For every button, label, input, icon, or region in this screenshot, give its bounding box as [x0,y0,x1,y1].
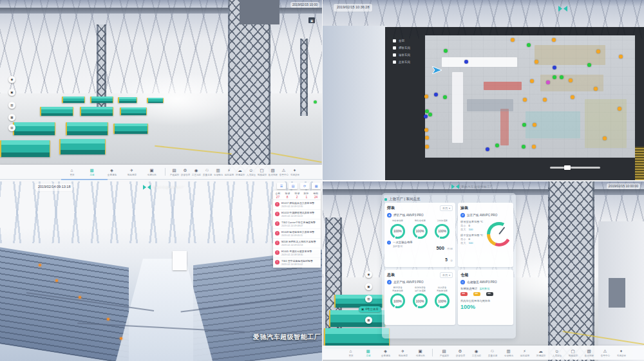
vehicle-marker-dot[interactable] [464,60,468,64]
vehicle-marker-dot[interactable] [603,136,607,140]
alarm-list-item[interactable]: ! T302 Carrier小车位置偏差预警 2019-02-14 09:08:… [273,219,321,229]
vehicle-marker-dot[interactable] [424,95,428,98]
vehicle-marker-dot[interactable] [428,113,432,116]
alarm-tab[interactable]: 物料 24 [311,190,321,199]
toolbar-item[interactable]: ✦ 系统设置 [289,168,300,176]
vehicle-marker-dot[interactable] [552,38,556,42]
vehicle-marker-dot[interactable] [527,43,531,47]
toolbar-scrollbar[interactable] [0,179,322,180]
vehicle-marker-dot[interactable] [569,79,573,82]
vehicle-marker-dot[interactable] [522,145,526,149]
viewport-plant-map[interactable]: 2019/02/15 10:36:28 全部 焊装车间 [322,0,644,180]
vehicle-marker-dot[interactable] [571,95,574,99]
panel-tool-button[interactable]: ▤ [289,183,298,189]
toolbar-item[interactable]: ☺ 人员定位 [549,349,565,357]
poi-marker[interactable]: ▦ [365,317,372,324]
vehicle-marker-dot[interactable] [596,50,600,53]
vehicle-marker-dot[interactable] [535,60,538,64]
map-zoom-slider[interactable] [550,167,600,169]
vehicle-marker-dot[interactable] [553,66,556,69]
toolbar-item[interactable]: ▢ 视频监控 [565,349,581,357]
toolbar-item[interactable]: ▧ 数据报表 [581,349,597,357]
toolbar-item[interactable]: ⚠ 告警中心 [597,349,613,357]
toolbar-item[interactable]: ▥ 仓储物流 [213,168,223,176]
vehicle-marker-dot[interactable] [532,145,536,149]
legend-row[interactable]: 总装车间 [393,59,410,66]
vehicle-marker-dot[interactable] [424,115,428,118]
toolbar-item[interactable]: ⚙ 设备管理 [180,168,191,176]
storage-pill-button[interactable]: ▣ 4号立体库 [359,306,381,312]
vehicle-marker-dot[interactable] [543,98,547,102]
vehicle-marker-dot[interactable] [594,87,598,91]
vehicle-marker-dot[interactable] [560,75,564,79]
toolbar-item[interactable]: ⚙ 设备管理 [452,349,468,357]
poi-marker[interactable]: ▦ [8,114,15,121]
scrollbar-thumb[interactable] [61,179,108,180]
toolbar-item[interactable]: ◈ 全景漫游 [102,168,122,176]
poi-marker[interactable]: ▣ [8,89,15,96]
alarm-list-item[interactable]: ! E1005 变频器过载异常报警 2019-02-14 08:58:30 [273,248,321,258]
toolbar-item[interactable]: ✦ 系统设置 [613,349,629,357]
toolbar-item[interactable]: ♲ 质量追溯 [484,349,500,357]
toolbar-item[interactable]: ♲ 质量追溯 [202,168,213,176]
legend-row[interactable]: 涂装车间 [393,51,410,59]
toolbar-item[interactable]: ☺ 人员定位 [245,168,256,176]
alarm-list-item[interactable]: ! E1013 中频焊钳通讯异常报警 2019-02-14 09:10:22 [273,210,321,219]
vehicle-marker-dot[interactable] [425,109,429,113]
vehicle-marker-dot[interactable] [530,79,534,83]
poi-marker[interactable]: ▥ [365,295,372,302]
vehicle-marker-dot[interactable] [619,55,623,59]
viewport-overview-3d[interactable]: ◉ ▣ ▥ ▦ ▤ 2019/02/15 10:00 ▣ ⌂ 首页 ▦ 总览 [0,0,322,180]
toolbar-item[interactable]: ⌂ 首页 [342,349,359,357]
panel-tool-button[interactable]: ☰ [277,183,286,189]
toolbar-item[interactable]: ▣ 场景切换 [412,349,429,357]
panel-tool-button[interactable]: ▦ [312,183,321,189]
vehicle-marker-dot[interactable] [425,136,429,140]
toolbar-item[interactable]: ⚡ 能耗监测 [223,168,234,176]
toolbar-item[interactable]: ▧ 数据报表 [267,168,278,176]
status-marker-green[interactable] [314,100,317,104]
alarm-list-item[interactable]: ! T301 空中连廊输送超时预警 2019-02-14 08:55:02 [273,258,321,268]
toolbar-item[interactable]: ☁ 环境监控 [234,168,245,176]
alarm-tab[interactable]: 预警 8 [283,190,292,199]
factory-floor-map[interactable] [425,35,635,158]
vehicle-marker-dot[interactable] [434,93,438,97]
toolbar-item[interactable]: ⌂ 首页 [62,168,82,176]
vehicle-marker-dot[interactable] [425,145,429,149]
toolbar-item[interactable]: ⚠ 告警中心 [278,168,289,176]
toolbar-item[interactable]: ▥ 仓储物流 [500,349,516,357]
toolbar-item[interactable]: ☁ 环境监控 [533,349,549,357]
toolbar-item[interactable]: ◉ 工艺流程 [468,349,484,357]
poi-marker[interactable]: ◉ [365,271,372,278]
poi-marker[interactable]: ◉ [8,76,15,83]
vehicle-marker-dot[interactable] [553,75,556,79]
toolbar-item[interactable]: ✈ 视角还原 [122,168,142,176]
alarm-list-item[interactable]: ! M208 涂胶机器人物料不足预警 2019-02-14 09:01:53 [273,239,321,248]
toolbar-item[interactable]: ▦ 总览 [359,349,377,357]
legend-row[interactable]: 焊装车间 [393,44,410,51]
vehicle-marker-dot[interactable] [546,80,550,84]
vehicle-marker-dot[interactable] [444,49,448,53]
toolbar-item[interactable]: ◉ 工艺流程 [191,168,202,176]
alarm-list-item[interactable]: ! E1017 焊装线体压力异常报警 2019-02-14 09:12:35 [273,200,321,210]
viewport-production-line[interactable]: 2019/02/14 09:13:18 爱驰汽车超级智能工厂 ☰ ▤ ⟳ ▦ 全… [0,181,322,361]
toolbar-item[interactable]: ▦ 总览 [82,168,102,176]
alarm-tab[interactable]: 全部 27 [273,190,283,199]
alarm-list[interactable]: ! E1017 焊装线体压力异常报警 2019-02-14 09:12:35 !… [273,200,321,268]
toolbar-item[interactable]: ▢ 视频监控 [256,168,267,176]
vehicle-marker-dot[interactable] [522,123,526,127]
vehicle-marker-dot[interactable] [523,98,527,102]
alarm-tab[interactable]: 报警 2 [292,190,302,199]
period-dropdown[interactable]: 本周 ▾ [440,272,453,278]
vehicle-marker-dot[interactable] [443,95,447,99]
poi-marker[interactable]: ▥ [8,102,15,109]
vehicle-marker-dot[interactable] [618,107,621,111]
expand-button[interactable]: ▣ [308,17,315,23]
vehicle-marker-dot[interactable] [533,123,536,127]
vehicle-marker-dot[interactable] [486,147,489,151]
zoom-slider-handle[interactable] [564,165,571,170]
toolbar-item[interactable]: ▤ 产线监控 [436,349,452,357]
toolbar-item[interactable]: ▤ 产线监控 [169,168,180,176]
viewport-workshop-dashboard[interactable]: 2019/02/15 10:00:00 爱驰汽车超级智能工厂 ◉ ▣ ▥ ▣ 4… [322,181,644,361]
vehicle-marker-dot[interactable] [495,143,499,147]
